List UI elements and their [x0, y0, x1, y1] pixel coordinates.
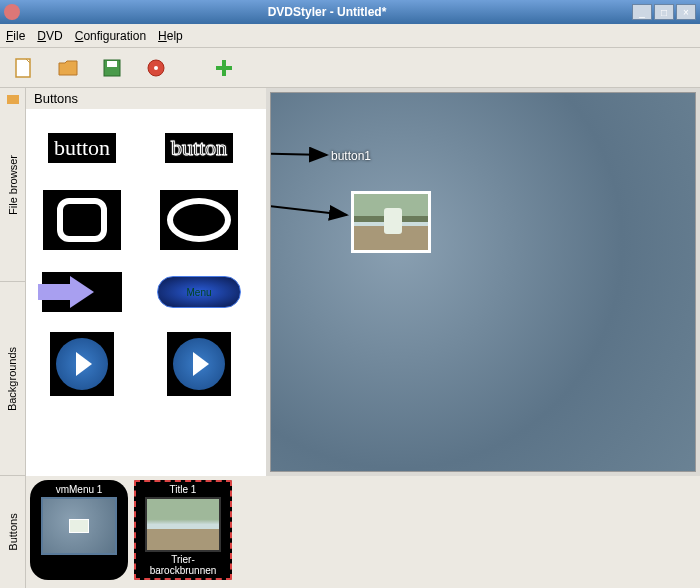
window-title: DVDStyler - Untitled*	[24, 5, 630, 19]
svg-point-4	[154, 66, 158, 70]
button-text-label: button	[165, 133, 233, 163]
button-template-ellipse[interactable]	[149, 187, 249, 253]
burn-disc-icon	[145, 57, 167, 79]
menu-bar: File DVD Configuration Help	[0, 24, 700, 48]
menu-help[interactable]: Help	[158, 29, 183, 43]
new-button[interactable]	[8, 52, 40, 84]
main-area: File browser Backgrounds Buttons button …	[0, 88, 700, 476]
open-button[interactable]	[52, 52, 84, 84]
timeline-item-thumb	[145, 497, 221, 552]
save-button[interactable]	[96, 52, 128, 84]
timeline-item-thumb	[41, 497, 117, 555]
panel-body[interactable]: button button Menu	[26, 109, 266, 476]
tab-buttons[interactable]: Buttons	[0, 476, 26, 588]
title-bar: DVDStyler - Untitled* _ □ ×	[0, 0, 700, 24]
tab-file-browser-label: File browser	[7, 155, 19, 215]
timeline-item-title1[interactable]: Title 1 Trier-barockbrunnen	[134, 480, 232, 580]
button-template-rounded-square[interactable]	[32, 187, 132, 253]
button-template-circle-arrow-2[interactable]	[149, 331, 249, 397]
svg-rect-0	[16, 59, 30, 77]
button-template-pill-blue[interactable]: Menu	[149, 259, 249, 325]
canvas-button-text[interactable]: button1	[331, 149, 371, 163]
toolbar	[0, 48, 700, 88]
button-text-label: button	[48, 133, 116, 163]
panel-header: Buttons	[26, 88, 266, 109]
tab-file-browser[interactable]: File browser	[0, 88, 25, 282]
open-folder-icon	[57, 57, 79, 79]
timeline-wrap: Buttons vmMenu 1 Title 1 Trier-barockbru…	[0, 476, 700, 588]
timeline-item-menu[interactable]: vmMenu 1	[30, 480, 128, 580]
tab-backgrounds-label: Backgrounds	[7, 346, 19, 410]
button-template-arrow-purple[interactable]	[32, 259, 132, 325]
svg-rect-5	[7, 95, 19, 104]
tab-backgrounds[interactable]: Backgrounds	[0, 282, 25, 476]
tab-buttons-label: Buttons	[7, 513, 19, 550]
close-button[interactable]: ×	[676, 4, 696, 20]
maximize-button[interactable]: □	[654, 4, 674, 20]
buttons-panel: Buttons button button Menu	[26, 88, 266, 476]
new-file-icon	[13, 57, 35, 79]
timeline-item-title: vmMenu 1	[56, 484, 103, 495]
app-icon	[4, 4, 20, 20]
add-button[interactable]	[208, 52, 240, 84]
pill-label: Menu	[157, 276, 241, 308]
button-template-text-outline[interactable]: button	[149, 115, 249, 181]
timeline-item-subtitle: Trier-barockbrunnen	[138, 554, 228, 576]
menu-canvas[interactable]: button1	[270, 92, 696, 472]
minimize-button[interactable]: _	[632, 4, 652, 20]
timeline-item-title: Title 1	[170, 484, 197, 495]
menu-dvd[interactable]: DVD	[37, 29, 62, 43]
menu-file[interactable]: File	[6, 29, 25, 43]
plus-icon	[213, 57, 235, 79]
menu-configuration[interactable]: Configuration	[75, 29, 146, 43]
timeline[interactable]: vmMenu 1 Title 1 Trier-barockbrunnen	[26, 476, 700, 588]
svg-rect-2	[107, 61, 117, 67]
save-icon	[101, 57, 123, 79]
button-template-text-white[interactable]: button	[32, 115, 132, 181]
button-template-circle-arrow-1[interactable]	[32, 331, 132, 397]
burn-button[interactable]	[140, 52, 172, 84]
canvas-thumbnail-button[interactable]	[351, 191, 431, 253]
side-tabs: File browser Backgrounds	[0, 88, 26, 476]
folder-icon	[6, 92, 20, 106]
